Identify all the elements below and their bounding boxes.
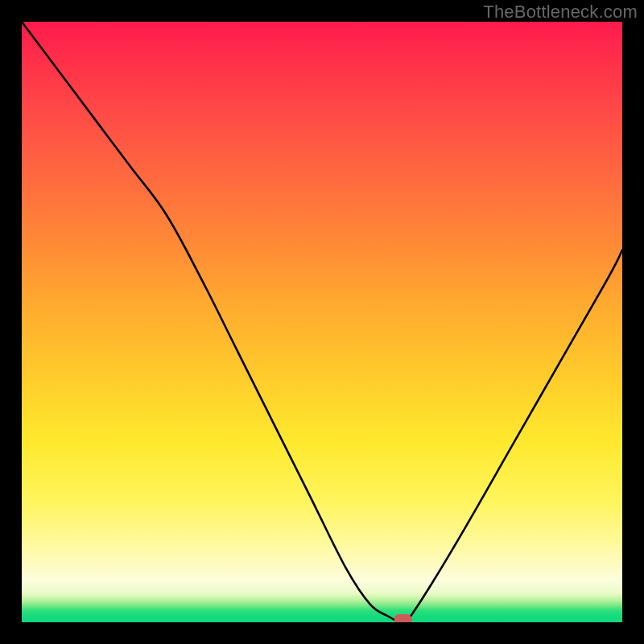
watermark-text: TheBottleneck.com [483,2,638,23]
plot-area [22,22,622,622]
chart-container: TheBottleneck.com [0,0,644,644]
bottleneck-curve [22,22,622,622]
chart-svg [22,22,622,622]
optimum-marker [394,614,412,622]
